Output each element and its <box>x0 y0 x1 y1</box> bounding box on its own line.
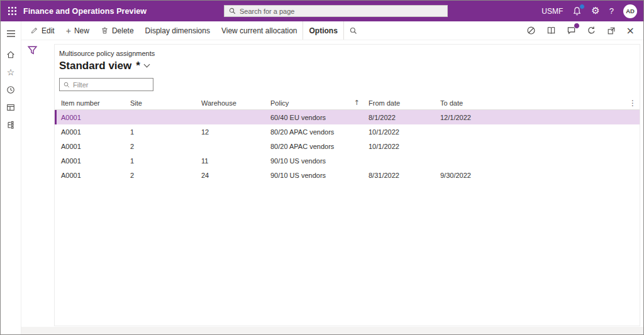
column-header-site[interactable]: Site <box>124 99 195 107</box>
chevron-down-icon <box>143 62 150 68</box>
new-label: New <box>74 26 89 35</box>
refresh-button[interactable] <box>587 26 596 35</box>
book-icon <box>547 26 556 35</box>
item-number-link[interactable]: A0001 <box>61 128 81 136</box>
refresh-icon <box>587 26 596 35</box>
table-row[interactable]: A0001 1 12 80/20 APAC vendors 10/1/2022 <box>55 124 640 139</box>
cell-site: 1 <box>124 128 195 136</box>
help-button[interactable]: ? <box>609 6 614 16</box>
item-number-link[interactable]: A0001 <box>61 172 81 179</box>
page-content: Multisource policy assignments Standard … <box>21 40 643 334</box>
cell-site: 2 <box>124 172 195 179</box>
dismiss-personalization-button[interactable] <box>526 26 536 35</box>
column-header-item-number[interactable]: Item number <box>55 99 124 107</box>
nav-recent-button[interactable] <box>1 81 21 99</box>
table-row[interactable]: A0001 1 11 90/10 US vendors <box>55 153 640 168</box>
avatar[interactable]: AD <box>623 4 637 18</box>
trash-icon <box>101 26 109 35</box>
table-row[interactable]: A0001 2 24 90/10 US vendors 8/31/2022 9/… <box>55 168 640 182</box>
grid-filter-box[interactable] <box>59 78 153 91</box>
close-icon: × <box>626 26 635 36</box>
filter-pane-button[interactable] <box>27 45 38 56</box>
display-dimensions-label: Display dimensions <box>145 26 210 35</box>
messages-button[interactable] <box>567 26 576 35</box>
page-card: Multisource policy assignments Standard … <box>54 44 640 326</box>
nav-rail: ☆ <box>1 21 21 334</box>
item-number-link[interactable]: A0001 <box>61 143 81 150</box>
sort-ascending-icon: ↑ <box>354 99 360 107</box>
edit-button[interactable]: Edit <box>25 21 60 40</box>
pencil-icon <box>30 26 38 35</box>
nav-home-button[interactable] <box>1 46 21 63</box>
nav-favorites-button[interactable]: ☆ <box>1 63 21 81</box>
cell-policy: 80/20 APAC vendors <box>264 143 362 150</box>
policy-assignments-grid: Item number Site Warehouse Policy ↑ From… <box>55 96 640 182</box>
settings-button[interactable]: ⚙ <box>591 6 599 16</box>
cell-from-date: 8/1/2022 <box>362 114 434 121</box>
cell-from-date: 10/1/2022 <box>362 128 434 136</box>
options-label: Options <box>309 26 337 35</box>
expand-navigation-button[interactable] <box>1 25 21 42</box>
popout-icon-button[interactable] <box>607 26 616 35</box>
delete-button[interactable]: Delete <box>95 21 140 40</box>
app-bar: Finance and Operations Preview USMF <box>1 1 643 21</box>
notifications-button[interactable] <box>572 6 582 16</box>
view-current-allocation-label: View current allocation <box>221 26 297 35</box>
cell-to-date: 9/30/2022 <box>434 172 640 179</box>
new-button[interactable]: + New <box>60 21 95 40</box>
column-header-to-date[interactable]: To date <box>434 99 640 107</box>
messages-badge <box>574 23 580 29</box>
item-number-link[interactable]: A0001 <box>61 114 81 121</box>
cell-to-date: 12/1/2022 <box>434 114 640 121</box>
table-row[interactable]: A0001 60/40 EU vendors 8/1/2022 12/1/202… <box>55 110 640 124</box>
search-icon <box>64 82 70 88</box>
options-tab[interactable]: Options <box>303 21 343 40</box>
cell-policy: 90/10 US vendors <box>264 172 362 179</box>
notification-badge <box>579 4 585 9</box>
cell-site: 1 <box>124 157 195 165</box>
table-row[interactable]: A0001 2 80/20 APAC vendors 10/1/2022 <box>55 139 640 153</box>
page-search-input[interactable] <box>240 8 443 15</box>
star-icon: ☆ <box>7 68 15 77</box>
clock-icon <box>6 85 15 94</box>
column-header-warehouse[interactable]: Warehouse <box>195 99 264 107</box>
task-guides-button[interactable] <box>547 26 556 35</box>
grid-filter-input[interactable] <box>73 81 149 89</box>
hierarchy-icon <box>6 121 15 129</box>
cell-policy: 60/40 EU vendors <box>264 114 362 121</box>
app-window: Finance and Operations Preview USMF <box>0 0 644 335</box>
plus-icon: + <box>66 26 71 35</box>
edit-label: Edit <box>42 26 55 35</box>
nav-modules-button[interactable] <box>1 116 21 134</box>
delete-label: Delete <box>112 26 134 35</box>
page-search-box[interactable] <box>224 5 448 17</box>
cell-policy: 80/20 APAC vendors <box>264 128 362 136</box>
cell-warehouse: 12 <box>195 128 264 136</box>
column-header-policy[interactable]: Policy ↑ <box>264 99 362 107</box>
modified-marker: * <box>136 60 140 72</box>
cell-warehouse: 11 <box>195 157 264 165</box>
page-caption: Multisource policy assignments <box>59 45 640 57</box>
display-dimensions-button[interactable]: Display dimensions <box>140 21 216 40</box>
grid-options-kebab-icon[interactable]: ⋮ <box>629 96 636 110</box>
cell-site: 2 <box>124 143 195 150</box>
circle-slash-icon <box>526 26 536 35</box>
cell-from-date: 8/31/2022 <box>362 172 434 179</box>
action-pane: Edit + New Delete Display di <box>21 21 643 40</box>
item-number-link[interactable]: A0001 <box>61 157 81 165</box>
app-launcher-button[interactable] <box>1 1 23 21</box>
view-current-allocation-button[interactable]: View current allocation <box>216 21 303 40</box>
cell-from-date: 10/1/2022 <box>362 143 434 150</box>
funnel-icon <box>27 45 38 55</box>
nav-workspaces-button[interactable] <box>1 99 21 116</box>
company-picker[interactable]: USMF <box>541 7 563 16</box>
workspaces-icon <box>6 103 15 112</box>
cell-policy: 90/10 US vendors <box>264 157 362 165</box>
view-selector[interactable]: Standard view * <box>59 60 640 72</box>
search-icon <box>229 8 236 14</box>
close-button[interactable]: × <box>626 26 635 36</box>
column-header-from-date[interactable]: From date <box>362 99 434 107</box>
action-search-button[interactable] <box>344 21 363 40</box>
popout-icon <box>607 26 616 35</box>
search-icon <box>350 27 357 35</box>
